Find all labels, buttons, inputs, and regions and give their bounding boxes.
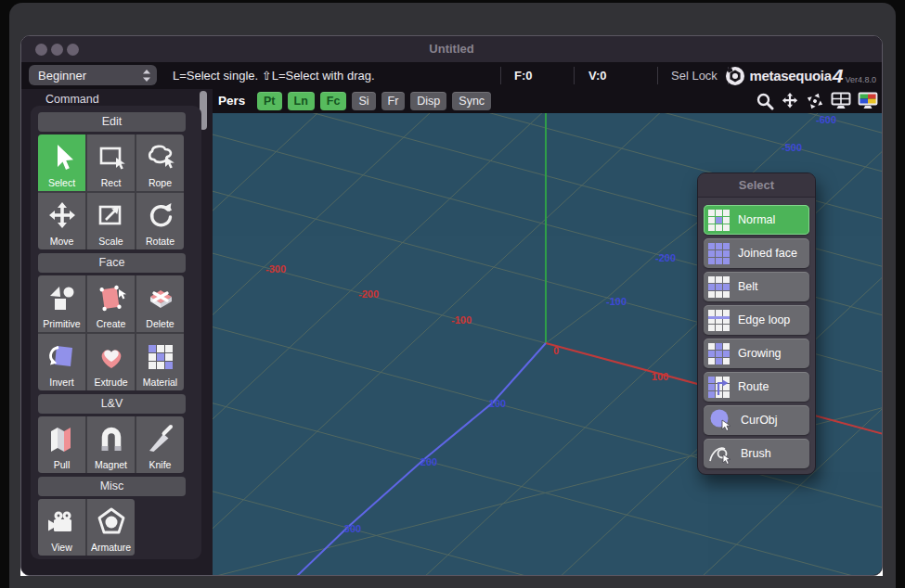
tool-knife[interactable]: Knife [136,416,184,473]
rope-select-icon [145,138,176,177]
brand-logo: metasequoia 4 Ver4.8.0 [725,62,876,89]
scale-icon [96,197,127,236]
tool-armature[interactable]: Armature [87,499,135,556]
metasequoia-logo-icon [725,66,745,86]
sel-lock-toggle[interactable]: Sel Lock [671,62,718,89]
z-axis-label: -100 [606,296,627,307]
select-subpanel-title: Select [698,173,815,198]
select-mode-belt[interactable]: Belt [704,272,809,301]
select-mode-curobj[interactable]: CurObj [704,405,809,435]
group-misc: Misc View Armature [38,477,186,556]
delete-face-icon [145,279,176,318]
view-layout-color-icon[interactable] [857,92,879,110]
x-axis-label: 100 [652,371,668,382]
select-mode-brush[interactable]: Brush [704,439,809,468]
route-grid-icon [708,377,730,398]
command-panel: Edit Select Rect [31,106,201,559]
curobj-icon [708,408,732,432]
group-edit: Edit Select Rect [38,112,186,249]
select-mode-joined-face[interactable]: Joined face [704,238,809,268]
z-axis-label: -200 [655,252,676,263]
knife-icon [145,420,176,459]
group-face: Face Primitive Create [38,253,186,390]
viewport-column: Pers Pt Ln Fc Si Fr Disp Sync [213,89,882,575]
brand-name: metasequoia [749,68,831,83]
x-axis-label: 0 [553,345,559,356]
menu-separator [657,67,658,84]
create-face-icon [96,279,127,318]
tool-invert[interactable]: Invert [38,334,85,390]
group-face-header: Face [38,253,186,273]
rotate-view-icon[interactable] [805,92,825,110]
invert-icon [46,338,78,377]
edge-loop-grid-icon [708,310,730,331]
group-lv-header: L&V [38,394,186,414]
tool-primitive[interactable]: Primitive [38,275,85,332]
toggle-lines[interactable]: Ln [288,92,315,110]
z-axis-label: -600 [816,114,836,125]
rotate-icon [145,197,176,236]
armature-icon [96,503,127,542]
viewport-toolbar: Pers Pt Ln Fc Si Fr Disp Sync [213,89,882,113]
brand-number: 4 [833,65,844,87]
mode-dropdown-value: Beginner [38,69,142,83]
tool-scale[interactable]: Scale [87,193,135,249]
window-title: Untitled [21,36,882,62]
z-axis-label: -500 [782,142,802,153]
view-mode-label: Pers [218,89,245,113]
view-layout-icon[interactable] [830,92,852,110]
normal-grid-icon [708,210,730,231]
main-content: Command Edit Select [21,89,882,575]
select-cursor-icon [46,138,78,177]
tool-move[interactable]: Move [38,193,85,249]
tool-delete[interactable]: Delete [136,275,184,332]
tool-rect[interactable]: Rect [87,134,135,191]
tool-create[interactable]: Create [87,275,135,332]
toggle-si[interactable]: Si [352,92,375,110]
select-mode-growing[interactable]: Growing [704,339,809,368]
group-lv: L&V Pull Magnet [38,394,186,473]
pan-tool-icon[interactable] [780,92,800,110]
tool-select[interactable]: Select [38,134,85,191]
tool-extrude[interactable]: Extrude [87,334,135,390]
face-count: F:0 [514,62,533,89]
toggle-disp[interactable]: Disp [410,92,446,110]
tool-magnet[interactable]: Magnet [87,416,135,473]
zoom-tool-icon[interactable] [755,92,775,110]
x-axis-label: -300 [265,263,286,275]
z-axis-label: 300 [344,523,361,534]
tool-pull[interactable]: Pull [38,416,85,473]
group-misc-header: Misc [38,477,186,496]
group-edit-header: Edit [38,112,186,132]
belt-grid-icon [708,276,730,298]
move-icon [46,197,78,236]
status-hint: L=Select single. ⇧L=Select with drag. [173,62,375,89]
pull-icon [46,420,78,459]
select-mode-edge-loop[interactable]: Edge loop [704,305,809,335]
x-axis-label: -100 [451,314,472,326]
toggle-points[interactable]: Pt [257,92,282,110]
title-bar: Untitled [21,36,882,62]
brush-icon [708,441,732,466]
select-mode-route[interactable]: Route [704,372,809,402]
z-axis-label: 100 [489,398,506,409]
vertex-count: V:0 [588,62,607,89]
mode-dropdown[interactable]: Beginner [29,65,157,85]
tool-rope[interactable]: Rope [136,134,184,191]
brand-version: Ver4.8.0 [845,75,876,84]
joined-face-grid-icon [708,243,730,264]
material-icon [145,338,176,377]
menu-bar: Beginner L=Select single. ⇧L=Select with… [21,62,882,89]
3d-view-canvas[interactable]: -300 -200 -100 0 100 -600 -500 -200 -100… [213,113,882,575]
tool-view[interactable]: View [38,499,85,556]
toggle-faces[interactable]: Fc [320,92,347,110]
extrude-icon [96,338,127,377]
tool-rotate[interactable]: Rotate [136,193,184,249]
toggle-fr[interactable]: Fr [381,92,406,110]
toggle-sync[interactable]: Sync [452,92,491,110]
tool-material[interactable]: Material [136,334,184,390]
select-mode-normal[interactable]: Normal [704,205,809,235]
select-subpanel: Select Normal Joined face [697,173,816,475]
magnet-icon [96,420,127,459]
menu-separator [500,67,501,84]
